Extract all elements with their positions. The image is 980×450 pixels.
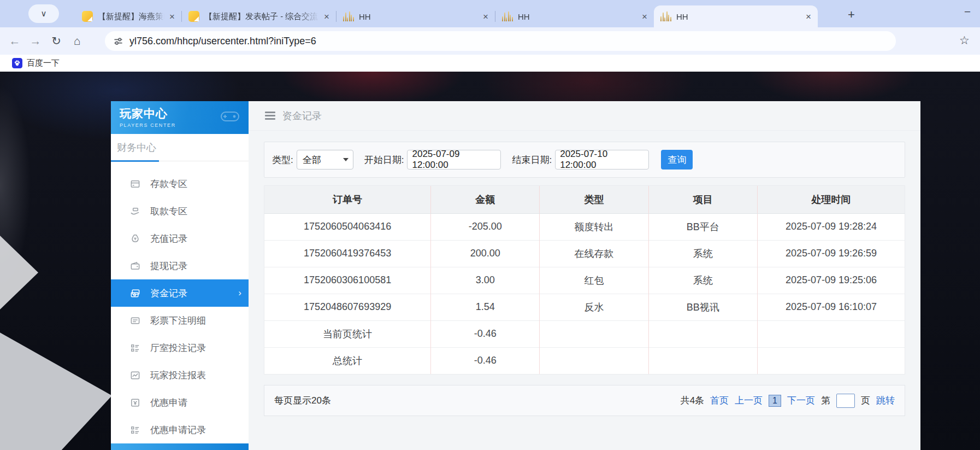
cell-amount: 3.00	[431, 267, 540, 294]
wallet-icon	[129, 260, 140, 271]
jump-page-input[interactable]	[836, 394, 855, 408]
sidebar-item-label: 取款专区	[150, 205, 187, 218]
browser-tab[interactable]: HH ×	[336, 5, 495, 27]
sidebar-item-label: 彩票下注明细	[150, 314, 206, 327]
jump-suffix-label: 页	[861, 394, 870, 407]
query-button[interactable]: 查询	[661, 150, 693, 170]
reload-icon[interactable]: ↻	[46, 34, 67, 48]
cell-project: 系统	[648, 240, 757, 267]
bookmarks-bar: 百度一下	[0, 55, 980, 72]
close-icon[interactable]: ×	[169, 12, 175, 21]
cell-process-time: 2025-07-09 19:26:59	[757, 240, 905, 267]
sidebar-item-label: 资金记录	[150, 287, 187, 300]
sidebar-item-withdrawal-records[interactable]: 提现记录	[111, 252, 249, 279]
close-icon[interactable]: ×	[642, 12, 647, 21]
gold-waveform-icon	[502, 11, 513, 21]
cell-order-id: 1752048607693929	[264, 294, 431, 320]
dropdown-arrow-icon	[343, 158, 349, 161]
gamepad-icon	[218, 106, 242, 127]
browser-tab-active[interactable]: HH ×	[654, 5, 818, 27]
sidebar-item-hall-bet-records[interactable]: 厅室投注记录	[111, 334, 249, 361]
baidu-paw-icon	[12, 58, 22, 68]
sidebar-menu: 存款专区 取款专区 充值记录	[111, 170, 249, 443]
window-minimize-button[interactable]: –	[965, 5, 970, 17]
start-date-input[interactable]: 2025-07-09 12:00:00	[407, 150, 501, 170]
first-page-link[interactable]: 首页	[710, 394, 729, 407]
sidebar-item-label: 厅室投注记录	[150, 342, 206, 354]
browser-tab[interactable]: 【新提醒】海燕策略论坛综合交 ×	[75, 5, 181, 27]
moneybag-icon	[129, 233, 140, 244]
new-tab-button[interactable]: +	[848, 8, 855, 22]
page-size-label: 每页显示20条	[274, 394, 331, 407]
cell-project: BB视讯	[648, 294, 757, 320]
url-text[interactable]: yl756.com/hhcp/usercenter.html?iniType=6	[129, 36, 316, 47]
sidebar-item-recharge-records[interactable]: 充值记录	[111, 225, 249, 252]
close-icon[interactable]: ×	[806, 12, 811, 21]
tab-title: 【新提醒】发表帖子 - 综合交流	[204, 11, 319, 22]
forward-icon[interactable]: →	[25, 34, 46, 48]
cell-process-time: 2025-07-09 19:25:06	[757, 267, 905, 294]
col-order-id: 订单号	[264, 186, 431, 213]
next-page-link[interactable]: 下一页	[787, 394, 815, 407]
list-card-icon	[129, 315, 140, 326]
current-page-badge[interactable]: 1	[769, 395, 781, 407]
type-select[interactable]: 全部	[297, 150, 353, 170]
records-table-container: 订单号 金额 类型 项目 处理时间 1752060504063416 -205.…	[264, 185, 905, 375]
table-row: 1752060306100581 3.00 红包 系统 2025-07-09 1…	[264, 267, 905, 294]
sidebar-item-deposit[interactable]: 存款专区	[111, 170, 249, 197]
sidebar-item-promo-apply[interactable]: 优惠申请	[111, 389, 249, 416]
end-date-input[interactable]: 2025-07-10 12:00:00	[555, 150, 649, 170]
site-info-icon[interactable]	[114, 37, 123, 46]
gold-waveform-icon	[660, 11, 671, 21]
cell-order-id: 1752060504063416	[264, 213, 431, 240]
cell-order-id: 1752060306100581	[264, 267, 431, 294]
back-icon[interactable]: ←	[4, 34, 25, 48]
pagination-bar: 每页显示20条 共4条 首页 上一页 1 下一页 第 页 跳转	[264, 385, 905, 416]
banknotes-icon	[129, 288, 140, 299]
sidebar-item-promo-apply-records[interactable]: 优惠申请记录	[111, 416, 249, 443]
sidebar-item-label: 存款专区	[150, 178, 187, 190]
browser-tab[interactable]: HH ×	[495, 5, 654, 27]
cell-amount: -0.46	[431, 347, 540, 374]
cell-type: 在线存款	[540, 240, 648, 267]
cell-amount: 200.00	[431, 240, 540, 267]
sidebar-item-lottery-bets[interactable]: 彩票下注明细	[111, 307, 249, 334]
bookmark-star-icon[interactable]: ☆	[959, 34, 970, 47]
table-row: 1752060504063416 -205.00 额度转出 BB平台 2025-…	[264, 213, 905, 240]
withdraw-hand-icon	[129, 206, 140, 217]
sidebar-item-fund-records[interactable]: 资金记录 ›	[111, 279, 249, 307]
close-icon[interactable]: ×	[483, 12, 488, 21]
cell-process-time	[757, 347, 905, 374]
browser-tab[interactable]: 【新提醒】发表帖子 - 综合交流 ×	[182, 5, 336, 27]
close-icon[interactable]: ×	[324, 12, 329, 21]
sidebar-item-label: 优惠申请记录	[150, 424, 206, 436]
browser-tabstrip: ∨ 【新提醒】海燕策略论坛综合交 × 【新提醒】发表帖子 - 综合交流 × HH…	[0, 0, 980, 27]
cell-type	[540, 347, 648, 374]
cell-process-time: 2025-07-09 19:28:24	[757, 213, 905, 240]
sidebar-item-withdraw[interactable]: 取款专区	[111, 197, 249, 225]
type-filter-label: 类型:	[272, 154, 293, 166]
tab-search-button[interactable]: ∨	[28, 4, 59, 23]
jump-prefix-label: 第	[821, 394, 830, 407]
home-icon[interactable]: ⌂	[67, 34, 87, 48]
table-header-row: 订单号 金额 类型 项目 处理时间	[264, 186, 905, 213]
cell-amount: -205.00	[431, 213, 540, 240]
col-process-time: 处理时间	[757, 186, 905, 213]
prev-page-link[interactable]: 上一页	[735, 394, 763, 407]
col-project: 项目	[648, 186, 757, 213]
total-count-label: 共4条	[681, 394, 704, 407]
jump-button[interactable]: 跳转	[876, 394, 895, 407]
sidebar-next-section-header-partial	[111, 443, 249, 450]
type-select-value: 全部	[303, 154, 343, 166]
table-row: 1752060419376453 200.00 在线存款 系统 2025-07-…	[264, 240, 905, 267]
bookmark-item[interactable]: 百度一下	[12, 58, 60, 68]
chevron-right-icon: ›	[238, 288, 241, 299]
cell-type: 额度转出	[540, 213, 648, 240]
sidebar-item-player-bet-report[interactable]: 玩家投注报表	[111, 361, 249, 389]
cell-project: 系统	[648, 267, 757, 294]
cell-summary-label: 当前页统计	[264, 320, 431, 347]
cell-project	[648, 347, 757, 374]
tab-title: HH	[359, 12, 478, 21]
address-bar[interactable]: yl756.com/hhcp/usercenter.html?iniType=6	[105, 31, 896, 51]
sidebar-item-label: 充值记录	[150, 232, 187, 245]
